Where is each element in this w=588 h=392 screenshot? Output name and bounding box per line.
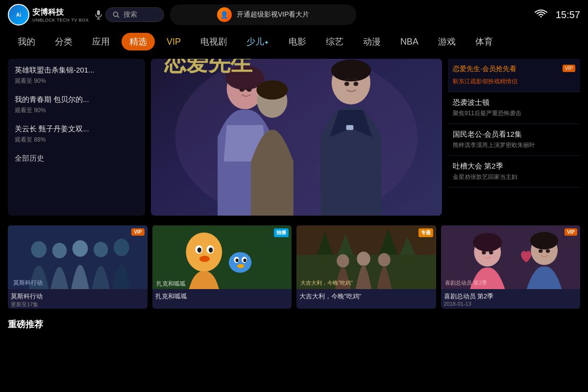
featured-bg-svg: 恋爱先生 [151,59,442,216]
svg-rect-13 [346,125,353,130]
content-card-0[interactable]: 莫斯科行动 VIP 莫斯科行动 更新至17集 [8,225,147,309]
nav-item-category[interactable]: 分类 [47,33,80,50]
search-bar[interactable]: 搜索 [105,7,164,22]
sidebar-item-3[interactable]: 吐槽大会 第2季 金星劝张歆艺回家当主妇 [448,156,580,188]
logo-text: 安博科技 UNBLOCK TECH TV BOX [32,7,89,23]
history-item-0[interactable]: 英雄联盟击杀集锦-201... 观看至 90% [15,66,138,85]
svg-rect-28 [152,225,292,289]
svg-line-4 [118,16,120,18]
svg-text:喜剧总动员 第2季: 喜剧总动员 第2季 [445,280,487,286]
svg-point-9 [240,88,245,92]
content-row: 莫斯科行动 VIP 莫斯科行动 更新至17集 [0,220,588,314]
svg-point-39 [243,259,246,262]
nav-item-games[interactable]: 游戏 [430,33,464,50]
logo-en: UNBLOCK TECH TV BOX [32,18,89,23]
svg-point-50 [357,251,370,266]
bottom-section: 重磅推荐 [0,314,588,332]
nav-item-animation[interactable]: 动漫 [355,33,389,50]
time-display: 15:57 [556,9,580,21]
svg-point-59 [482,251,486,254]
history-title-0: 英雄联盟击杀集锦-201... [15,66,138,75]
svg-point-3 [114,12,118,17]
nav-item-featured[interactable]: 精选 [122,33,155,50]
nav-item-nba[interactable]: NBA [392,34,426,50]
history-panel: 英雄联盟击杀集锦-201... 观看至 90% 我的青春期 包贝尔的... 观看… [8,59,145,216]
right-sidebar: 恋爱先生·会员抢先看 VIP 靳东江疏影假扮戏精情侣 恐袭波士顿 聚焦911后最… [448,59,580,216]
svg-point-22 [52,243,67,258]
svg-point-14 [344,82,349,86]
card-badge-1: 独播 [274,228,289,237]
card-bg-3: 喜剧总动员 第2季 VIP [441,225,581,289]
sidebar-desc-2: 熊梓淇李漠芮上演罗密欧朱丽叶 [453,141,575,149]
nav-item-variety[interactable]: 综艺 [318,33,351,50]
card-title-0: 莫斯科行动 [11,292,145,301]
card-bg-1: 扎克和呱呱 独播 [152,225,292,289]
svg-text:扎克和呱呱: 扎克和呱呱 [156,281,186,287]
vip-avatar: 👤 [217,7,232,22]
nav-item-youth[interactable]: 少儿✦ [239,33,277,50]
svg-point-51 [378,253,390,267]
card-title-2: 大吉大利，今晚"吃鸡" [299,292,433,301]
svg-point-60 [489,251,492,254]
svg-point-12 [331,60,371,82]
card-badge-2: 专题 [418,228,433,237]
nav-item-sports[interactable]: 体育 [467,33,501,50]
card-art-3: 喜剧总动员 第2季 [441,225,581,289]
svg-point-61 [539,249,542,253]
logo-cn: 安博科技 [32,7,89,18]
svg-point-33 [208,247,212,253]
search-area: 搜索 [95,7,164,22]
svg-point-56 [473,233,502,251]
svg-point-49 [337,254,349,268]
content-card-3[interactable]: 喜剧总动员 第2季 VIP 喜剧总动员 第2季 2018-01-13 [441,225,581,309]
card-art-2: 大吉大利，今晚"吃鸡" [296,225,436,289]
search-input-label: 搜索 [123,10,137,19]
svg-text:莫斯科行动: 莫斯科行动 [13,280,43,286]
nav-bar: 我的 分类 应用 精选 VIP 电视剧 少儿✦ 电影 综艺 动漫 NBA 游戏 … [0,29,588,54]
svg-text:恋爱先生: 恋爱先生 [164,59,253,75]
svg-point-23 [73,240,88,257]
featured-show-content: 恋爱先生 [151,59,442,216]
card-title-1: 扎克和呱呱 [155,292,289,301]
nav-item-apps[interactable]: 应用 [84,33,118,50]
sidebar-item-0[interactable]: 恋爱先生·会员抢先看 VIP 靳东江疏影假扮戏精情侣 [448,59,580,92]
sidebar-title-0: 恋爱先生·会员抢先看 [453,65,516,74]
svg-point-32 [197,247,201,253]
history-all-button[interactable]: 全部历史 [15,154,138,163]
history-progress-0: 观看至 90% [15,77,138,85]
header: Ai 安博科技 UNBLOCK TECH TV BOX 搜索 👤 开通超级影视V… [0,0,588,29]
svg-point-29 [186,232,222,271]
content-card-2[interactable]: 大吉大利，今晚"吃鸡" 专题 大吉大利，今晚"吃鸡" [296,225,436,309]
logo-area: Ai 安博科技 UNBLOCK TECH TV BOX [8,4,89,25]
card-bg-2: 大吉大利，今晚"吃鸡" 专题 [296,225,436,289]
sidebar-title-1: 恐袭波士顿 [453,98,575,107]
svg-point-58 [530,232,558,249]
mic-button[interactable] [95,10,102,20]
sidebar-item-2[interactable]: 国民老公·会员看12集 熊梓淇李漠芮上演罗密欧朱丽叶 [448,124,580,156]
card-info-3: 喜剧总动员 第2季 2018-01-13 [441,289,581,309]
vip-promo-banner[interactable]: 👤 开通超级影视VIP看大片 [170,4,356,25]
svg-point-10 [247,88,252,92]
svg-point-35 [228,252,251,272]
history-item-1[interactable]: 我的青春期 包贝尔的... 观看至 90% [15,95,138,115]
svg-point-25 [114,239,129,256]
section-title-featured: 重磅推荐 [8,318,580,330]
nav-item-tvdrama[interactable]: 电视剧 [193,33,235,50]
featured-center[interactable]: 恋爱先生 [151,59,442,216]
card-badge-3: VIP [564,228,577,236]
sidebar-item-1[interactable]: 恐袭波士顿 聚焦911后最严重恐怖袭击 [448,92,580,124]
svg-point-21 [31,241,47,258]
card-subtitle-3: 2018-01-13 [444,301,578,307]
card-title-3: 喜剧总动员 第2季 [444,292,578,301]
card-art-0: 莫斯科行动 [8,225,147,289]
history-title-2: 关云长 甄子丹姜文双... [15,124,138,134]
card-info-0: 莫斯科行动 更新至17集 [8,289,147,309]
history-item-2[interactable]: 关云长 甄子丹姜文双... 观看至 88% [15,124,138,144]
svg-point-34 [199,256,209,262]
nav-item-my[interactable]: 我的 [10,33,43,50]
svg-point-40 [237,264,244,268]
nav-item-movies[interactable]: 电影 [281,33,314,50]
content-card-1[interactable]: 扎克和呱呱 独播 扎克和呱呱 [152,225,292,309]
card-subtitle-0: 更新至17集 [11,301,145,308]
nav-item-vip[interactable]: VIP [159,34,189,50]
